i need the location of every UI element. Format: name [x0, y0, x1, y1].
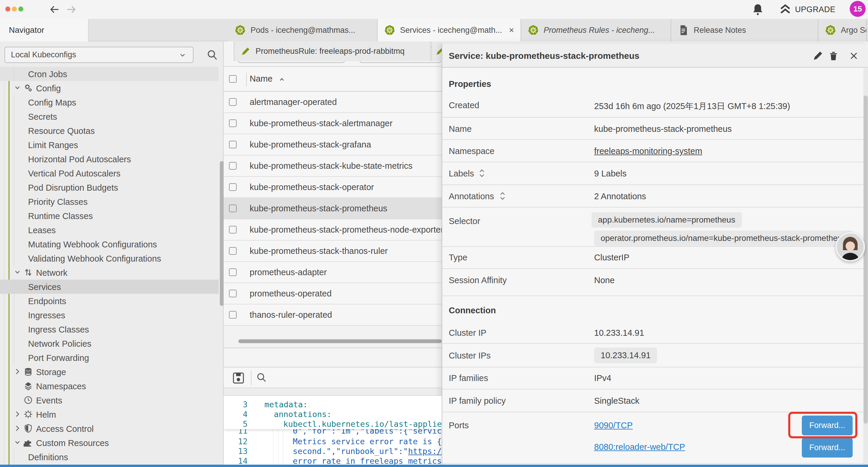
- forward-arrow-icon[interactable]: [66, 4, 77, 15]
- service-name: kube-prometheus-stack-prometheus: [250, 204, 387, 213]
- sort-updown-icon[interactable]: [478, 169, 486, 178]
- editor-tab-next[interactable]: [431, 41, 442, 61]
- avatar[interactable]: [836, 232, 865, 262]
- tab-prometheus[interactable]: Prometheus Rules - icecheng...: [521, 19, 671, 41]
- drawer-scrollbar-thumb[interactable]: [864, 95, 868, 424]
- back-arrow-icon[interactable]: [49, 4, 60, 15]
- port-link[interactable]: 8080:reloader-web/TCP: [594, 442, 685, 452]
- sidebar-item-access-control[interactable]: Access Control: [0, 421, 219, 436]
- table-row[interactable]: kube-prometheus-stack-kube-state-metrics: [224, 155, 442, 177]
- trash-icon[interactable]: [827, 50, 840, 62]
- chevron-right-icon[interactable]: [13, 368, 21, 375]
- services-pane: freeleaps-monitoring-system Aa .* Name a…: [224, 41, 442, 467]
- tab-navigator[interactable]: Navigator: [0, 19, 89, 41]
- sidebar-item-ingress-classes[interactable]: Ingress Classes: [0, 322, 219, 337]
- table-row[interactable]: kube-prometheus-stack-alertmanager: [224, 113, 442, 134]
- row-checkbox[interactable]: [229, 183, 237, 191]
- sort-updown-icon[interactable]: [499, 192, 506, 200]
- sidebar-item-cron-jobs[interactable]: Cron Jobs: [0, 67, 219, 81]
- row-checkbox[interactable]: [229, 141, 237, 148]
- sidebar-item-pod-disruption-budgets[interactable]: Pod Disruption Budgets: [0, 180, 219, 195]
- table-row[interactable]: kube-prometheus-stack-grafana: [224, 134, 442, 155]
- sidebar-item-priority-classes[interactable]: Priority Classes: [0, 195, 219, 209]
- table-row[interactable]: kube-prometheus-stack-prometheus: [224, 198, 442, 219]
- row-checkbox[interactable]: [229, 162, 237, 170]
- table-row[interactable]: kube-prometheus-stack-thanos-ruler: [224, 241, 442, 262]
- sidebar-item-ingresses[interactable]: Ingresses: [0, 308, 219, 322]
- sidebar-item-resource-quotas[interactable]: Resource Quotas: [0, 123, 219, 138]
- sidebar-item-runtime-classes[interactable]: Runtime Classes: [0, 209, 219, 223]
- bell-icon[interactable]: [752, 3, 764, 16]
- editor-tab-prometheusrule[interactable]: PrometheusRule: freeleaps-prod-rabbitmq: [234, 41, 431, 61]
- annotations-count[interactable]: 2 Annotations: [594, 192, 646, 201]
- horizontal-scrollbar[interactable]: [239, 339, 442, 343]
- notification-badge[interactable]: 15: [850, 1, 866, 17]
- sidebar-item-config-maps[interactable]: Config Maps: [0, 95, 219, 109]
- sidebar-item-leases[interactable]: Leases: [0, 223, 219, 237]
- chevron-down-icon[interactable]: [13, 439, 21, 446]
- row-checkbox[interactable]: [229, 119, 237, 127]
- pencil-icon[interactable]: [812, 50, 824, 62]
- row-checkbox[interactable]: [229, 98, 237, 106]
- search-icon[interactable]: [255, 372, 267, 384]
- yaml-editor[interactable]: 110","for":"1m","labels":{"service":"fre…: [224, 396, 442, 467]
- forward-button[interactable]: Forward...: [802, 438, 852, 458]
- drawer-scrollbar[interactable]: [863, 68, 868, 467]
- sidebar-item-secrets[interactable]: Secrets: [0, 109, 219, 123]
- sidebar-scrollbar[interactable]: [220, 161, 224, 306]
- close-window-button[interactable]: [5, 6, 10, 11]
- chevron-down-icon[interactable]: [13, 268, 21, 276]
- runbook-url-link[interactable]: https://net: [408, 447, 442, 456]
- row-checkbox[interactable]: [229, 226, 237, 233]
- tab-pods[interactable]: Pods - icecheng@mathmas...: [228, 19, 378, 41]
- row-checkbox[interactable]: [229, 247, 237, 255]
- table-row[interactable]: kube-prometheus-stack-prometheus-node-ex…: [224, 219, 442, 241]
- upgrade-label[interactable]: UPGRADE: [795, 5, 836, 14]
- table-row[interactable]: kube-prometheus-stack-operator: [224, 177, 442, 198]
- chevron-down-icon[interactable]: [13, 84, 21, 92]
- row-checkbox[interactable]: [229, 205, 237, 212]
- close-icon[interactable]: ×: [509, 25, 514, 35]
- port-link[interactable]: 9090/TCP: [594, 420, 633, 430]
- save-icon[interactable]: [232, 372, 245, 384]
- row-checkbox[interactable]: [229, 290, 237, 297]
- sidebar-item-custom-resources[interactable]: Custom Resources: [0, 436, 219, 450]
- table-row[interactable]: alertmanager-operated: [224, 92, 442, 113]
- upgrade-group[interactable]: UPGRADE: [752, 0, 836, 19]
- sidebar-item-storage[interactable]: Storage: [0, 365, 219, 379]
- name-column-header[interactable]: Name: [250, 74, 272, 84]
- sort-asc-icon[interactable]: [278, 76, 286, 83]
- sidebar-item-helm[interactable]: Helm: [0, 407, 219, 421]
- table-row[interactable]: thanos-ruler-operated: [224, 304, 442, 326]
- sidebar-item-mutating-webhook-configurations[interactable]: Mutating Webhook Configurations: [0, 237, 219, 251]
- sidebar-item-validating-webhook-configurations[interactable]: Validating Webhook Configurations: [0, 251, 219, 265]
- maximize-window-button[interactable]: [18, 6, 23, 11]
- row-checkbox[interactable]: [229, 268, 237, 276]
- sidebar-item-services[interactable]: Services: [0, 280, 219, 294]
- sidebar-item-config[interactable]: Config: [0, 81, 219, 95]
- sidebar-item-namespaces[interactable]: Namespaces: [0, 379, 219, 393]
- select-all-checkbox[interactable]: [229, 75, 237, 83]
- sidebar-item-port-forwarding[interactable]: Port Forwarding: [0, 351, 219, 365]
- namespace-link[interactable]: freeleaps-monitoring-system: [594, 146, 702, 156]
- sidebar-item-network[interactable]: Network: [0, 265, 219, 280]
- labels-count[interactable]: 9 Labels: [594, 169, 627, 178]
- sidebar-item-network-policies[interactable]: Network Policies: [0, 337, 219, 351]
- chevron-right-icon[interactable]: [13, 410, 21, 418]
- tab-release[interactable]: Release Notes: [671, 19, 818, 41]
- tab-services[interactable]: Services - icecheng@math...×: [378, 19, 521, 41]
- sidebar-item-limit-ranges[interactable]: Limit Ranges: [0, 138, 219, 152]
- close-icon[interactable]: [848, 50, 860, 62]
- minimize-window-button[interactable]: [12, 6, 17, 11]
- sidebar-item-endpoints[interactable]: Endpoints: [0, 294, 219, 308]
- sidebar-item-definitions[interactable]: Definitions: [0, 450, 219, 464]
- chevron-right-icon[interactable]: [13, 425, 21, 432]
- sidebar-item-horizontal-pod-autoscalers[interactable]: Horizontal Pod Autoscalers: [0, 152, 219, 166]
- row-checkbox[interactable]: [229, 311, 237, 319]
- tab-argo[interactable]: Argo Se: [818, 19, 867, 41]
- table-row[interactable]: prometheus-operated: [224, 283, 442, 304]
- table-row[interactable]: prometheus-adapter: [224, 262, 442, 283]
- kubernetes-icon: [235, 25, 246, 36]
- sidebar-item-vertical-pod-autoscalers[interactable]: Vertical Pod Autoscalers: [0, 166, 219, 180]
- sidebar-item-events[interactable]: Events: [0, 393, 219, 407]
